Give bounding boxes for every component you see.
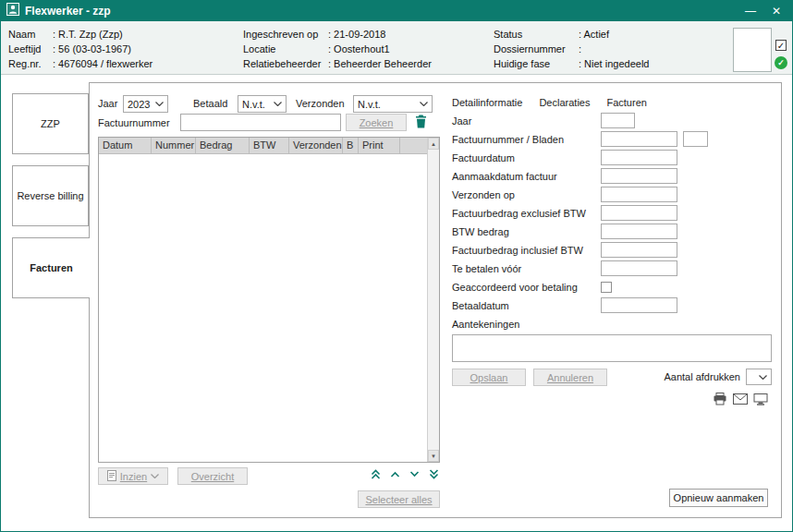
relatiebeheerder-value: : Beheerder Beheerder: [328, 58, 432, 69]
betaald-select[interactable]: N.v.t.: [238, 95, 287, 113]
verzonden-select[interactable]: N.v.t.: [353, 95, 433, 113]
detail-row-betaaldatum: Betaaldatum: [452, 297, 772, 316]
aantal-afdrukken-select[interactable]: [746, 369, 772, 385]
minimize-button[interactable]: —: [740, 2, 761, 20]
delete-button[interactable]: [412, 115, 429, 130]
selecteer-alles-button[interactable]: Selecteer alles: [358, 490, 440, 508]
document-icon: [107, 470, 116, 483]
selecteer-alles-label: Selecteer alles: [365, 494, 432, 505]
tab-reverse-billing-label: Reverse billing: [17, 190, 83, 201]
te-betalen-label: Te betalen vóór: [452, 263, 521, 274]
close-button[interactable]: ✕: [766, 2, 787, 20]
col-btw[interactable]: BTW: [250, 138, 289, 154]
chevron-down-icon: [151, 474, 159, 478]
status-ok-icon: ✓: [775, 56, 787, 69]
jaar-select[interactable]: 2023: [123, 95, 168, 113]
chevron-down-icon: [759, 375, 767, 380]
factuurnummer-filter-label: Factuurnummer: [98, 117, 170, 128]
bedrag-excl-input[interactable]: [601, 205, 677, 221]
aantekeningen-label: Aantekeningen: [452, 319, 519, 330]
detail-row-btw-bedrag: BTW bedrag: [452, 224, 772, 242]
leeftijd-label: Leeftijd: [8, 43, 53, 54]
checked-checkbox[interactable]: ✓: [775, 40, 787, 51]
facturen-panel: Jaar 2023 Betaald N.v.t. Verzonden N.v.t…: [89, 82, 782, 518]
first-record-icon[interactable]: [370, 468, 382, 480]
tab-facturen[interactable]: Facturen: [12, 237, 90, 298]
jaar-label: Jaar: [452, 115, 471, 127]
app-icon: [6, 3, 19, 19]
detail-row-factuurdatum: Factuurdatum: [452, 150, 772, 168]
status-label: Status: [494, 29, 579, 40]
tab-zzp-label: ZZP: [41, 118, 60, 129]
dossiernummer-label: Dossiernummer: [494, 43, 579, 54]
verzonden-op-input[interactable]: [601, 187, 677, 202]
chevron-down-icon: [420, 102, 428, 106]
inzien-button[interactable]: Inzien: [98, 467, 168, 485]
email-icon[interactable]: [733, 393, 748, 405]
detail-row-aantekeningen: Aantekeningen: [452, 316, 772, 334]
betaaldatum-input[interactable]: [601, 297, 677, 313]
col-print[interactable]: Print: [359, 138, 400, 154]
col-b[interactable]: B: [343, 138, 359, 154]
annuleren-button[interactable]: Annuleren: [533, 369, 607, 386]
tab-detailinformatie[interactable]: Detailinformatie: [452, 97, 522, 108]
col-bedrag[interactable]: Bedrag: [196, 138, 250, 154]
col-nummer[interactable]: Nummer: [152, 138, 196, 154]
locatie-value: : Oosterhout1: [328, 43, 390, 54]
next-record-icon[interactable]: [409, 470, 421, 478]
last-record-icon[interactable]: [428, 468, 440, 480]
overzicht-button[interactable]: Overzicht: [177, 467, 248, 485]
table-header-row: Datum Nummer Bedrag BTW Verzonden B Prin…: [99, 138, 427, 154]
te-betalen-input[interactable]: [601, 260, 677, 276]
detail-row-te-betalen: Te betalen vóór: [452, 260, 772, 279]
header-column-2: Ingeschreven op: 21-09-2018 Locatie: Oos…: [243, 27, 432, 71]
factuurnummer-search-input[interactable]: [180, 114, 341, 131]
bladen-input[interactable]: [683, 131, 708, 147]
zoeken-button[interactable]: Zoeken: [346, 114, 407, 131]
detail-tabs: Detailinformatie Declaraties Facturen: [452, 97, 647, 108]
geaccordeerd-label: Geaccordeerd voor betaling: [452, 282, 578, 293]
opnieuw-aanmaken-button[interactable]: Opnieuw aanmaken: [669, 489, 768, 507]
table-scrollbar[interactable]: ▲ ▼: [427, 138, 439, 462]
record-navigation: [370, 468, 440, 480]
printer-icon[interactable]: [713, 393, 727, 405]
tab-reverse-billing[interactable]: Reverse billing: [12, 165, 89, 226]
aanmaakdatum-input[interactable]: [601, 168, 677, 184]
opslaan-button[interactable]: Opslaan: [452, 369, 526, 386]
detail-row-jaar: Jaar: [452, 113, 772, 131]
tab-declaraties[interactable]: Declaraties: [539, 97, 590, 108]
tab-facturen-label: Facturen: [30, 262, 72, 273]
header-column-3: Status: Actief Dossiernummer: Huidige fa…: [494, 27, 649, 71]
monitor-icon[interactable]: [753, 393, 768, 405]
col-datum[interactable]: Datum: [99, 138, 152, 154]
regnr-value: : 4676094 / flexwerker: [53, 58, 152, 69]
factuurdatum-label: Factuurdatum: [452, 152, 515, 163]
jaar-input[interactable]: [601, 113, 635, 128]
status-value: : Actief: [579, 29, 609, 40]
header-column-1: Naam: R.T. Zzp (Zzp) Leeftijd: 56 (03-03…: [8, 27, 152, 71]
factuurnummer-input[interactable]: [601, 131, 677, 147]
detail-panel: Detailinformatie Declaraties Facturen Ja…: [452, 97, 772, 494]
titlebar: Flexwerker - zzp — ✕: [1, 1, 792, 21]
geaccordeerd-checkbox[interactable]: [601, 282, 612, 293]
tab-zzp[interactable]: ZZP: [12, 93, 89, 154]
btw-bedrag-input[interactable]: [601, 224, 677, 239]
scroll-up-icon[interactable]: ▲: [428, 138, 439, 150]
factuurnummer-bladen-label: Factuurnummer / Bladen: [452, 134, 564, 145]
aantekeningen-textarea[interactable]: [452, 334, 772, 362]
naam-value: : R.T. Zzp (Zzp): [53, 29, 123, 40]
output-icon-bar: [713, 393, 768, 405]
verzonden-op-label: Verzonden op: [452, 189, 515, 200]
zoeken-button-label: Zoeken: [360, 117, 394, 128]
scroll-down-icon[interactable]: ▼: [428, 450, 439, 462]
annuleren-button-label: Annuleren: [547, 372, 593, 383]
previous-record-icon[interactable]: [389, 470, 401, 478]
bedrag-incl-input[interactable]: [601, 242, 677, 258]
facturen-table: Datum Nummer Bedrag BTW Verzonden B Prin…: [98, 137, 440, 463]
naam-label: Naam: [8, 29, 53, 40]
col-verzonden[interactable]: Verzonden: [289, 138, 343, 154]
tab-facturen-detail[interactable]: Facturen: [606, 97, 646, 108]
factuurdatum-input[interactable]: [601, 150, 677, 165]
ingeschreven-label: Ingeschreven op: [243, 29, 328, 40]
detail-row-geaccordeerd: Geaccordeerd voor betaling: [452, 279, 772, 297]
